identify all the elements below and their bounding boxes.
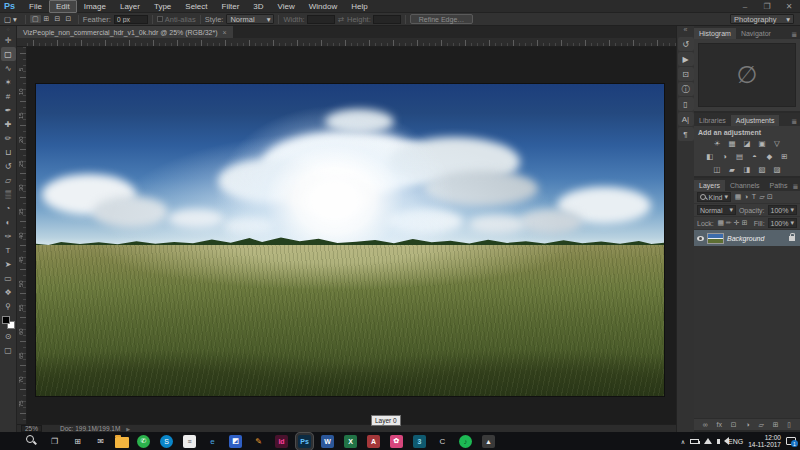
intersect-selection-button[interactable]: ⊡ [63, 15, 74, 23]
clone-source-panel-icon[interactable]: ⊡ [678, 67, 694, 81]
menu-item-Layer[interactable]: Layer [113, 0, 147, 13]
path-selection-tool[interactable]: ➤ [1, 257, 16, 271]
actions-panel-icon[interactable]: ▶ [678, 52, 694, 66]
rectangular-marquee-tool[interactable]: ▢ [1, 47, 16, 61]
info-panel-icon[interactable]: ⓘ [678, 82, 694, 96]
link-layers-icon[interactable]: ∞ [703, 421, 708, 428]
panel-menu-icon[interactable]: ≣ [791, 118, 800, 126]
close-button[interactable]: ✕ [778, 2, 800, 11]
paragraph-panel-icon[interactable]: ¶ [678, 127, 694, 141]
taskbar-store-button[interactable]: ⊞ [69, 433, 86, 449]
hdr-image-canvas[interactable] [36, 84, 664, 396]
exposure-icon[interactable]: ▣ [757, 138, 768, 148]
language-indicator[interactable]: ENG [728, 438, 743, 445]
volume-icon[interactable] [717, 439, 720, 444]
pen-tool[interactable]: ✑ [1, 229, 16, 243]
vertical-ruler[interactable]: 51015202530354045505560657075 [17, 47, 27, 424]
zoom-level-field[interactable]: 25% [21, 425, 42, 432]
width-input[interactable] [307, 15, 335, 24]
character-panel-icon[interactable]: A| [678, 112, 694, 126]
add-layer-mask-icon[interactable]: ⊡ [731, 421, 737, 429]
opacity-field[interactable]: 100% ▾ [768, 205, 797, 215]
tab-Libraries[interactable]: Libraries [694, 115, 731, 126]
menu-item-Edit[interactable]: Edit [49, 0, 77, 13]
levels-icon[interactable]: ▦ [727, 138, 738, 148]
close-tab-icon[interactable]: × [223, 29, 227, 36]
type-tool[interactable]: T [1, 243, 16, 257]
wifi-icon[interactable] [704, 438, 712, 444]
delete-layer-icon[interactable]: ▯ [787, 421, 791, 429]
feather-input[interactable] [114, 15, 148, 24]
battery-icon[interactable] [690, 439, 699, 444]
status-menu-arrow-icon[interactable]: ▶ [126, 426, 130, 432]
color-swatches[interactable] [2, 316, 15, 329]
filter-adjustment-layers-icon[interactable]: ◑ [742, 193, 750, 201]
taskbar-photos-button[interactable]: ◩ [229, 435, 242, 448]
panel-grip-icon[interactable]: ⁘ [6, 26, 10, 33]
shape-tool[interactable]: ▭ [1, 271, 16, 285]
taskbar-photoshop-button[interactable]: Ps [298, 435, 311, 448]
taskbar-start-button[interactable] [3, 434, 17, 448]
layer-effects-icon[interactable]: fx [717, 421, 722, 428]
menu-item-Image[interactable]: Image [77, 0, 113, 13]
history-panel-icon[interactable]: ↺ [678, 37, 694, 51]
clock[interactable]: 12:00 14-11-2017 [748, 434, 781, 449]
screen-mode-button[interactable]: ▢ [1, 343, 16, 357]
filter-shape-layers-icon[interactable]: ▱ [758, 193, 766, 201]
taskbar-indesign-button[interactable]: Id [275, 435, 288, 448]
panel-menu-icon[interactable]: ≣ [793, 183, 800, 191]
new-adjustment-layer-icon[interactable]: ◑ [745, 421, 749, 428]
new-layer-icon[interactable]: ⊞ [773, 421, 779, 429]
quick-mask-button[interactable]: ⊙ [1, 329, 16, 343]
hue-saturation-icon[interactable]: ◧ [704, 151, 715, 161]
lasso-tool[interactable]: ∿ [1, 61, 16, 75]
tab-Adjustments[interactable]: Adjustments [731, 115, 780, 126]
action-center-icon[interactable]: 1 [786, 437, 796, 445]
taskbar-excel-button[interactable]: X [344, 435, 357, 448]
layer-visibility-eye-icon[interactable] [697, 236, 704, 241]
history-brush-tool[interactable]: ↺ [1, 159, 16, 173]
canvas-pasteboard[interactable] [27, 47, 676, 424]
move-tool[interactable]: ✛ [1, 33, 16, 47]
taskbar-task-view-button[interactable]: ❐ [46, 433, 63, 449]
vibrance-icon[interactable]: ▽ [772, 138, 783, 148]
document-size-status[interactable]: Doc: 199.1M/199.1M ▶ [60, 425, 130, 432]
taskbar-c4d-app-button[interactable]: C [434, 433, 451, 449]
taskbar-edge-button[interactable]: e [204, 433, 221, 449]
new-selection-button[interactable]: ▢ [30, 15, 41, 23]
brightness-contrast-icon[interactable]: ☀ [712, 138, 723, 148]
filter-type-layers-icon[interactable]: T [750, 193, 758, 201]
layer-thumbnail[interactable] [707, 233, 724, 244]
posterize-icon[interactable]: ▰ [727, 164, 738, 174]
workspace-dropdown[interactable]: Photography ▾ [730, 14, 794, 24]
blur-tool[interactable]: ◔ [1, 201, 16, 215]
swap-width-height-icon[interactable]: ⇄ [338, 15, 344, 24]
menu-item-Filter[interactable]: Filter [215, 0, 247, 13]
threshold-icon[interactable]: ◨ [742, 164, 753, 174]
tab-Layers[interactable]: Layers [694, 180, 725, 191]
hidden-icons-chevron[interactable]: ∧ [681, 438, 685, 445]
healing-brush-tool[interactable]: ✚ [1, 117, 16, 131]
tab-Histogram[interactable]: Histogram [694, 28, 736, 39]
clone-stamp-tool[interactable]: ⊔ [1, 145, 16, 159]
tab-Navigator[interactable]: Navigator [736, 28, 776, 39]
taskbar-spotify-button[interactable]: ♪ [459, 435, 472, 448]
menu-item-View[interactable]: View [271, 0, 302, 13]
dodge-tool[interactable]: ◐ [1, 215, 16, 229]
gradient-tool[interactable]: ▒ [1, 187, 16, 201]
height-input[interactable] [373, 15, 401, 24]
taskbar-file-explorer-button[interactable] [115, 437, 129, 448]
tab-Channels[interactable]: Channels [725, 180, 765, 191]
crop-tool[interactable]: # [1, 89, 16, 103]
magic-wand-tool[interactable]: ✶ [1, 75, 16, 89]
subtract-from-selection-button[interactable]: ⊟ [52, 15, 63, 23]
refine-edge-button[interactable]: Refine Edge… [410, 14, 474, 24]
layer-filter-dropdown[interactable]: Kind ▾ [697, 192, 731, 202]
taskbar-pink-app-button[interactable]: ✿ [390, 435, 403, 448]
taskbar-search-button[interactable] [23, 433, 40, 449]
taskbar-access-button[interactable]: A [367, 435, 380, 448]
invert-icon[interactable]: ◫ [712, 164, 723, 174]
lock-position-icon[interactable]: ✛ [733, 219, 741, 227]
filter-pixel-layers-icon[interactable]: ▦ [734, 193, 742, 201]
photo-filter-icon[interactable]: ◓ [749, 151, 760, 161]
